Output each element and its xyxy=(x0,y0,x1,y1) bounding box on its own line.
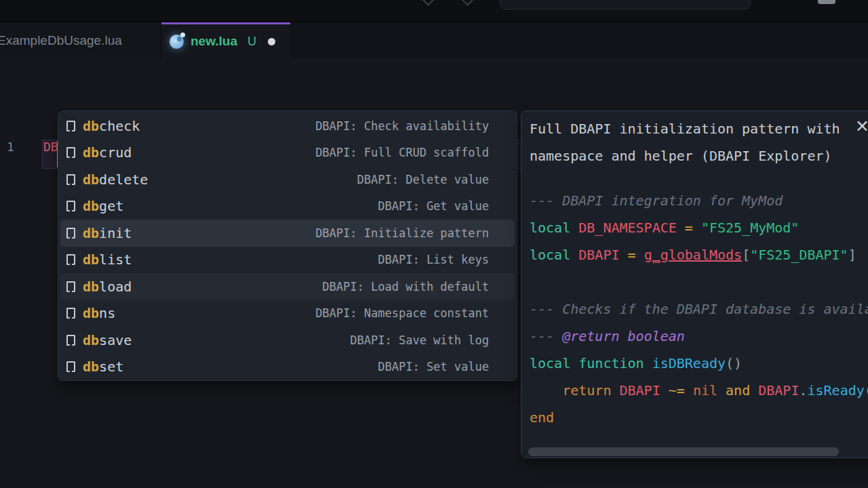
tab-exampledbusage[interactable]: ExampleDbUsage.lua xyxy=(0,22,161,58)
docs-code-line: end xyxy=(530,404,868,431)
suggestion-detail: DBAPI: Get value xyxy=(378,199,489,213)
suggestion-label: dbset xyxy=(83,359,123,375)
suggestion-label: dbns xyxy=(83,305,115,321)
suggestion-detail: DBAPI: Set value xyxy=(378,360,489,373)
suggestion-label: dblist xyxy=(83,251,132,268)
close-icon[interactable]: ✕ xyxy=(855,118,868,135)
docs-code-line: --- DBAPI integration for MyMod xyxy=(530,187,868,214)
suggestion-detail: DBAPI: Namespace constant xyxy=(315,306,489,320)
tab-label: new.lua xyxy=(191,34,237,49)
suggestion-detail: DBAPI: Delete value xyxy=(357,173,489,186)
suggestion-item[interactable]: dbset DBAPI: Set value xyxy=(60,354,515,381)
docs-description: Full DBAPI initialization pattern withna… xyxy=(530,115,868,169)
git-status-badge: U xyxy=(248,35,256,49)
snippet-icon xyxy=(66,201,75,211)
suggestion-item[interactable]: dbget DBAPI: Get value xyxy=(60,193,515,220)
suggestion-detail: DBAPI: Load with default xyxy=(322,280,489,293)
docs-horizontal-scrollbar[interactable] xyxy=(528,447,839,456)
docs-code-line xyxy=(530,268,868,296)
suggestion-detail: DBAPI: List keys xyxy=(378,253,489,266)
docs-code-block: --- DBAPI integration for MyModlocal DB_… xyxy=(530,187,868,431)
modified-indicator-icon[interactable] xyxy=(268,38,275,45)
suggestion-item[interactable]: dbdelete DBAPI: Delete value xyxy=(60,166,515,193)
suggestion-detail: DBAPI: Initialize pattern xyxy=(315,226,489,240)
snippet-icon xyxy=(66,335,75,346)
tab-newlua[interactable]: new.lua U xyxy=(161,22,290,58)
suggestion-item[interactable]: dbload DBAPI: Load with default xyxy=(60,273,515,300)
suggest-docs-panel: ✕ Full DBAPI initialization pattern with… xyxy=(521,110,868,458)
titlebar-button[interactable] xyxy=(818,0,835,4)
lua-file-icon xyxy=(170,35,184,49)
title-bar xyxy=(0,0,868,22)
docs-body: Full DBAPI initialization pattern withna… xyxy=(521,111,868,431)
docs-code-line: local function isDBReady() xyxy=(530,350,868,377)
suggestion-item[interactable]: dbsave DBAPI: Save with log xyxy=(60,327,515,354)
suggestion-item[interactable]: dbcheck DBAPI: Check availability xyxy=(60,113,515,140)
docs-code-line: --- Checks if the DBAPI database is avai… xyxy=(530,296,868,323)
snippet-icon xyxy=(66,228,75,239)
suggestion-label: dbcheck xyxy=(83,118,140,134)
suggestion-detail: DBAPI: Save with log xyxy=(350,333,489,347)
docs-description-line: Full DBAPI initialization pattern with xyxy=(530,115,868,142)
suggestion-label: dbcrud xyxy=(83,144,132,161)
nav-back-icon[interactable] xyxy=(422,0,434,6)
docs-code-line: local DB_NAMESPACE = "FS25_MyMod" xyxy=(530,214,868,241)
suggestion-item[interactable]: dbcrud DBAPI: Full CRUD scaffold xyxy=(60,140,515,167)
line-number: 1 xyxy=(7,140,14,169)
suggestion-detail: DBAPI: Check availability xyxy=(315,119,489,133)
suggestion-label: dbload xyxy=(83,279,132,295)
suggest-widget: dbcheck DBAPI: Check availability dbcrud… xyxy=(58,110,517,381)
suggestion-item[interactable]: dblist DBAPI: List keys xyxy=(60,247,515,274)
docs-code-line: local DBAPI = g_globalMods["FS25_DBAPI"] xyxy=(530,241,868,268)
editor-line-text[interactable]: DB xyxy=(43,140,58,169)
suggestion-label: dbinit xyxy=(83,225,132,241)
tab-label: ExampleDbUsage.lua xyxy=(0,33,122,48)
suggestion-detail: DBAPI: Full CRUD scaffold xyxy=(315,146,489,159)
suggestion-item[interactable]: dbns DBAPI: Namespace constant xyxy=(60,300,515,327)
suggestion-label: dbdelete xyxy=(83,171,148,188)
snippet-icon xyxy=(66,147,75,158)
snippet-icon xyxy=(66,361,75,372)
docs-code-line: --- @return boolean xyxy=(530,323,868,350)
snippet-icon xyxy=(66,281,75,292)
snippet-icon xyxy=(66,121,75,131)
tab-bar: ExampleDbUsage.lua new.lua U xyxy=(0,22,868,58)
snippet-icon xyxy=(66,174,75,185)
command-center[interactable] xyxy=(500,0,751,9)
snippet-icon xyxy=(66,308,75,319)
suggestion-item[interactable]: dbinit DBAPI: Initialize pattern xyxy=(60,220,515,247)
docs-code-line: return DBAPI ~= nil and DBAPI.isReady( xyxy=(530,377,868,404)
vscode-window: ExampleDbUsage.lua new.lua U 1 DB dbchec… xyxy=(0,0,868,488)
suggestion-label: dbget xyxy=(83,198,123,214)
suggestion-label: dbsave xyxy=(83,332,132,348)
snippet-icon xyxy=(66,254,75,265)
nav-forward-icon[interactable] xyxy=(461,0,473,6)
docs-description-line: namespace and helper (DBAPI Explorer) xyxy=(530,142,868,169)
